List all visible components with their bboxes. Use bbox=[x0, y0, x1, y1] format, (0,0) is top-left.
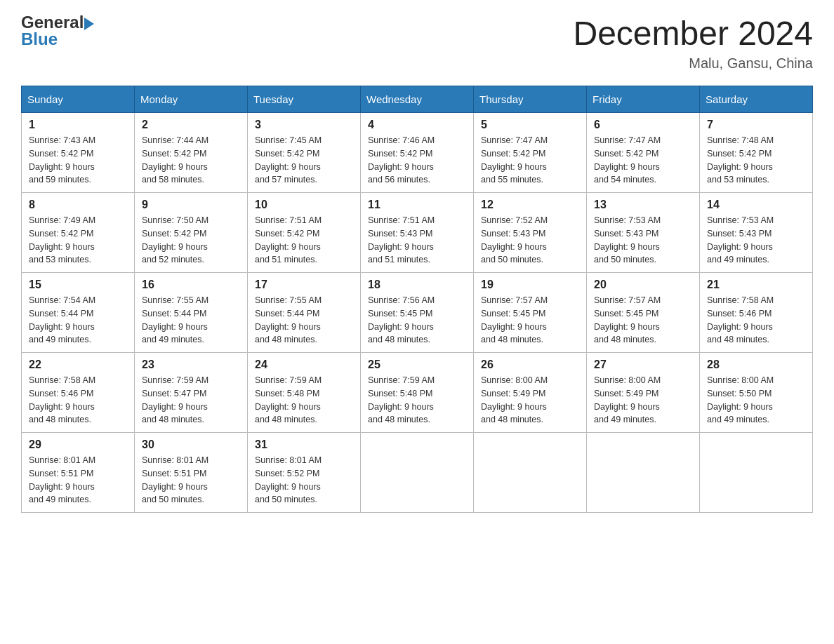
day-info: Sunrise: 8:01 AM Sunset: 5:52 PM Dayligh… bbox=[255, 454, 353, 507]
sunset: Sunset: 5:51 PM bbox=[142, 469, 206, 478]
sunrise: Sunrise: 8:00 AM bbox=[707, 375, 774, 385]
calendar-cell: 5 Sunrise: 7:47 AM Sunset: 5:42 PM Dayli… bbox=[474, 113, 587, 193]
calendar-cell: 13 Sunrise: 7:53 AM Sunset: 5:43 PM Dayl… bbox=[587, 193, 700, 273]
sunrise: Sunrise: 7:56 AM bbox=[368, 295, 435, 305]
day-info: Sunrise: 8:01 AM Sunset: 5:51 PM Dayligh… bbox=[142, 454, 240, 507]
day-info: Sunrise: 7:45 AM Sunset: 5:42 PM Dayligh… bbox=[255, 134, 353, 187]
day-number: 27 bbox=[594, 358, 692, 371]
daylight-minutes: and 48 minutes. bbox=[255, 415, 317, 424]
sunset: Sunset: 5:45 PM bbox=[368, 309, 432, 318]
sunset: Sunset: 5:49 PM bbox=[481, 389, 545, 398]
sunset: Sunset: 5:48 PM bbox=[255, 389, 319, 398]
sunset: Sunset: 5:44 PM bbox=[142, 309, 206, 318]
location: Malu, Gansu, China bbox=[573, 55, 813, 72]
page-header: General Blue December 2024 Malu, Gansu, … bbox=[21, 14, 813, 72]
week-row-4: 22 Sunrise: 7:58 AM Sunset: 5:46 PM Dayl… bbox=[22, 353, 813, 433]
day-info: Sunrise: 7:57 AM Sunset: 5:45 PM Dayligh… bbox=[481, 294, 579, 347]
day-number: 6 bbox=[594, 119, 692, 131]
col-tuesday: Tuesday bbox=[248, 86, 361, 113]
day-number: 28 bbox=[707, 358, 805, 371]
sunset: Sunset: 5:45 PM bbox=[481, 309, 545, 318]
sunrise: Sunrise: 7:47 AM bbox=[481, 135, 548, 145]
day-number: 5 bbox=[481, 119, 579, 131]
sunrise: Sunrise: 8:01 AM bbox=[29, 455, 95, 465]
daylight: Daylight: 9 hours bbox=[368, 402, 434, 412]
daylight: Daylight: 9 hours bbox=[255, 242, 321, 252]
col-monday: Monday bbox=[135, 86, 248, 113]
sunrise: Sunrise: 8:01 AM bbox=[142, 455, 208, 465]
day-info: Sunrise: 7:55 AM Sunset: 5:44 PM Dayligh… bbox=[142, 294, 240, 347]
daylight: Daylight: 9 hours bbox=[707, 402, 773, 412]
sunrise: Sunrise: 7:55 AM bbox=[255, 295, 322, 305]
logo-blue: Blue bbox=[21, 31, 58, 48]
calendar-cell: 19 Sunrise: 7:57 AM Sunset: 5:45 PM Dayl… bbox=[474, 273, 587, 353]
calendar-cell bbox=[587, 433, 700, 513]
day-info: Sunrise: 7:58 AM Sunset: 5:46 PM Dayligh… bbox=[707, 294, 805, 347]
sunrise: Sunrise: 8:00 AM bbox=[481, 375, 548, 385]
daylight: Daylight: 9 hours bbox=[707, 322, 773, 332]
calendar-cell: 25 Sunrise: 7:59 AM Sunset: 5:48 PM Dayl… bbox=[361, 353, 474, 433]
daylight-minutes: and 55 minutes. bbox=[481, 175, 543, 185]
day-info: Sunrise: 7:57 AM Sunset: 5:45 PM Dayligh… bbox=[594, 294, 692, 347]
daylight: Daylight: 9 hours bbox=[29, 482, 95, 492]
day-info: Sunrise: 7:56 AM Sunset: 5:45 PM Dayligh… bbox=[368, 294, 466, 347]
calendar-cell: 16 Sunrise: 7:55 AM Sunset: 5:44 PM Dayl… bbox=[135, 273, 248, 353]
day-number: 18 bbox=[368, 279, 466, 291]
daylight-minutes: and 49 minutes. bbox=[29, 495, 91, 504]
sunset: Sunset: 5:42 PM bbox=[255, 229, 319, 239]
daylight: Daylight: 9 hours bbox=[594, 322, 660, 332]
day-info: Sunrise: 7:59 AM Sunset: 5:48 PM Dayligh… bbox=[255, 374, 353, 427]
sunrise: Sunrise: 7:58 AM bbox=[707, 295, 774, 305]
day-info: Sunrise: 7:55 AM Sunset: 5:44 PM Dayligh… bbox=[255, 294, 353, 347]
sunset: Sunset: 5:42 PM bbox=[29, 149, 93, 159]
calendar-header-row: Sunday Monday Tuesday Wednesday Thursday… bbox=[22, 86, 813, 113]
calendar-cell bbox=[700, 433, 813, 513]
daylight: Daylight: 9 hours bbox=[255, 322, 321, 332]
day-info: Sunrise: 7:59 AM Sunset: 5:48 PM Dayligh… bbox=[368, 374, 466, 427]
day-info: Sunrise: 7:53 AM Sunset: 5:43 PM Dayligh… bbox=[707, 214, 805, 267]
sunset: Sunset: 5:49 PM bbox=[594, 389, 658, 398]
day-info: Sunrise: 8:01 AM Sunset: 5:51 PM Dayligh… bbox=[29, 454, 127, 507]
logo: General Blue bbox=[21, 14, 94, 48]
daylight-minutes: and 51 minutes. bbox=[255, 255, 317, 264]
day-number: 4 bbox=[368, 119, 466, 131]
sunrise: Sunrise: 7:55 AM bbox=[142, 295, 208, 305]
day-info: Sunrise: 7:44 AM Sunset: 5:42 PM Dayligh… bbox=[142, 134, 240, 187]
calendar-cell: 1 Sunrise: 7:43 AM Sunset: 5:42 PM Dayli… bbox=[22, 113, 135, 193]
calendar-cell: 22 Sunrise: 7:58 AM Sunset: 5:46 PM Dayl… bbox=[22, 353, 135, 433]
daylight-minutes: and 59 minutes. bbox=[29, 175, 91, 185]
sunrise: Sunrise: 7:53 AM bbox=[594, 215, 661, 225]
calendar-cell: 30 Sunrise: 8:01 AM Sunset: 5:51 PM Dayl… bbox=[135, 433, 248, 513]
daylight: Daylight: 9 hours bbox=[142, 322, 208, 332]
day-number: 29 bbox=[29, 438, 127, 451]
calendar-cell: 24 Sunrise: 7:59 AM Sunset: 5:48 PM Dayl… bbox=[248, 353, 361, 433]
daylight: Daylight: 9 hours bbox=[481, 322, 547, 332]
sunset: Sunset: 5:42 PM bbox=[594, 149, 658, 159]
daylight-minutes: and 50 minutes. bbox=[142, 495, 204, 504]
day-number: 26 bbox=[481, 358, 579, 371]
sunset: Sunset: 5:42 PM bbox=[255, 149, 319, 159]
sunset: Sunset: 5:42 PM bbox=[142, 149, 206, 159]
daylight: Daylight: 9 hours bbox=[594, 242, 660, 252]
sunrise: Sunrise: 7:57 AM bbox=[594, 295, 661, 305]
sunrise: Sunrise: 7:59 AM bbox=[142, 375, 208, 385]
week-row-5: 29 Sunrise: 8:01 AM Sunset: 5:51 PM Dayl… bbox=[22, 433, 813, 513]
calendar-cell: 10 Sunrise: 7:51 AM Sunset: 5:42 PM Dayl… bbox=[248, 193, 361, 273]
calendar-cell: 29 Sunrise: 8:01 AM Sunset: 5:51 PM Dayl… bbox=[22, 433, 135, 513]
daylight-minutes: and 48 minutes. bbox=[481, 415, 543, 424]
sunset: Sunset: 5:46 PM bbox=[707, 309, 772, 318]
calendar-cell: 27 Sunrise: 8:00 AM Sunset: 5:49 PM Dayl… bbox=[587, 353, 700, 433]
day-info: Sunrise: 7:49 AM Sunset: 5:42 PM Dayligh… bbox=[29, 214, 127, 267]
day-info: Sunrise: 7:53 AM Sunset: 5:43 PM Dayligh… bbox=[594, 214, 692, 267]
col-thursday: Thursday bbox=[474, 86, 587, 113]
day-number: 30 bbox=[142, 438, 240, 451]
day-number: 21 bbox=[707, 279, 805, 291]
day-info: Sunrise: 7:52 AM Sunset: 5:43 PM Dayligh… bbox=[481, 214, 579, 267]
daylight-minutes: and 50 minutes. bbox=[255, 495, 317, 504]
day-info: Sunrise: 8:00 AM Sunset: 5:50 PM Dayligh… bbox=[707, 374, 805, 427]
day-info: Sunrise: 7:47 AM Sunset: 5:42 PM Dayligh… bbox=[481, 134, 579, 187]
calendar-cell: 14 Sunrise: 7:53 AM Sunset: 5:43 PM Dayl… bbox=[700, 193, 813, 273]
title-area: December 2024 Malu, Gansu, China bbox=[573, 14, 813, 72]
calendar-cell: 26 Sunrise: 8:00 AM Sunset: 5:49 PM Dayl… bbox=[474, 353, 587, 433]
calendar-cell: 31 Sunrise: 8:01 AM Sunset: 5:52 PM Dayl… bbox=[248, 433, 361, 513]
